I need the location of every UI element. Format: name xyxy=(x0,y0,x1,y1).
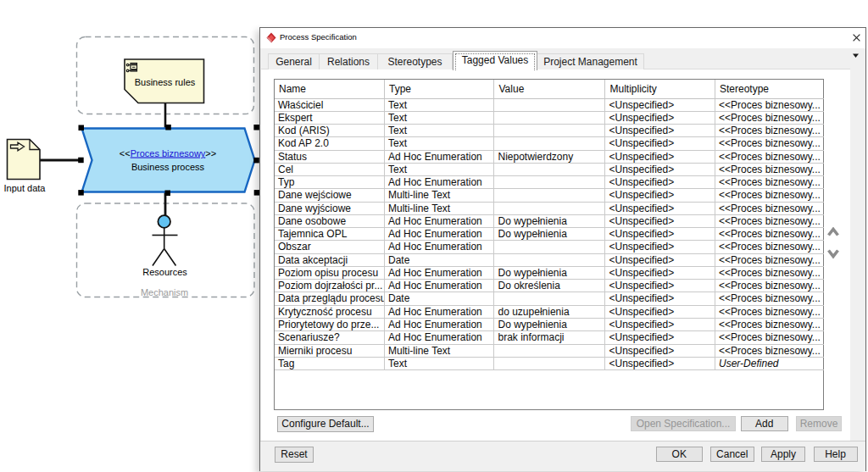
svg-text:Business rules: Business rules xyxy=(135,77,196,87)
svg-text:Resources: Resources xyxy=(142,267,187,277)
svg-text:Input data: Input data xyxy=(4,183,47,193)
svg-text:Business process: Business process xyxy=(131,162,205,172)
svg-text:<<Proces biznesowy>>: <<Proces biznesowy>> xyxy=(120,148,216,158)
svg-text:Mechanism: Mechanism xyxy=(141,287,188,297)
